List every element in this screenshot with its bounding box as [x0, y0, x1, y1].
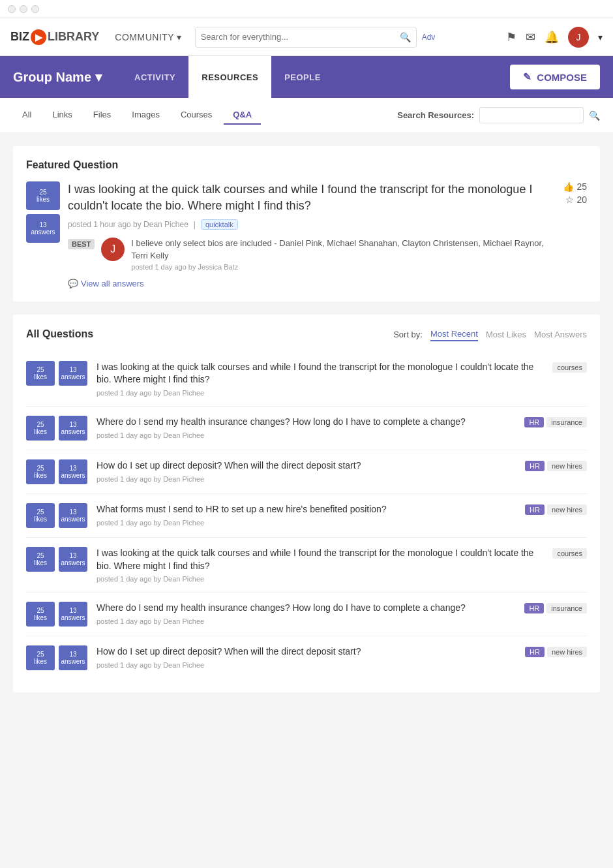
global-search-bar[interactable]: 🔍 [195, 27, 417, 48]
question-tag[interactable]: courses [552, 362, 587, 373]
q-title[interactable]: What forms must I send to HR to set up a… [97, 503, 516, 516]
compose-button[interactable]: ✎ COMPOSE [510, 65, 600, 89]
filter-qa[interactable]: Q&A [224, 106, 261, 125]
q-answers-count: 13 [69, 651, 76, 658]
q-title[interactable]: How do I set up direct deposit? When wil… [97, 459, 516, 473]
q-likes-count: 25 [37, 651, 44, 658]
q-answers-label: answers [61, 428, 85, 435]
q-votes: 25 likes 13 answers [26, 547, 87, 572]
logo-biz-text: BIZ [10, 30, 29, 44]
question-tag[interactable]: insurance [546, 417, 587, 427]
group-nav-resources[interactable]: RESOURCES [188, 56, 271, 98]
group-nav-people[interactable]: PEOPLE [271, 56, 334, 98]
question-posted-meta: posted 1 hour ago by Dean Pichee [68, 220, 188, 229]
question-text[interactable]: I was looking at the quick talk courses … [68, 181, 555, 214]
q-title[interactable]: Where do I send my health insurance chan… [97, 602, 515, 615]
community-nav[interactable]: COMMUNITY ▾ [115, 32, 181, 42]
top-nav: BIZ ▶ LIBRARY COMMUNITY ▾ 🔍 Adv ⚑ ✉ 🔔 J … [0, 18, 613, 56]
group-name-dropdown[interactable]: Group Name ▾ [13, 69, 102, 85]
avatar-dropdown-icon[interactable]: ▾ [598, 32, 603, 42]
user-avatar[interactable]: J [568, 27, 589, 48]
question-row: 25 likes 13 answers I was looking at the… [26, 538, 587, 593]
question-tag[interactable]: HR [525, 504, 545, 515]
question-tag[interactable]: courses [552, 548, 587, 559]
all-questions-title: All Questions [26, 328, 93, 340]
sort-most-likes[interactable]: Most Likes [486, 328, 526, 341]
q-likes-count: 25 [37, 366, 44, 373]
best-answer-avatar: J [101, 238, 125, 261]
q-likes-label: likes [34, 559, 47, 566]
mail-icon[interactable]: ✉ [526, 30, 535, 44]
stat-favorites-count: 20 [576, 194, 587, 205]
question-tag[interactable]: insurance [546, 603, 587, 613]
close-dot [8, 5, 16, 13]
q-likes-badge: 25 likes [26, 361, 55, 386]
q-answers-badge: 13 answers [59, 645, 87, 670]
question-row: 25 likes 13 answers Where do I send my h… [26, 593, 587, 636]
q-answers-label: answers [61, 373, 85, 380]
question-tag[interactable]: new hires [547, 504, 587, 515]
answers-badge: 13 answers [26, 214, 60, 243]
search-icon: 🔍 [400, 32, 411, 42]
q-title[interactable]: I was looking at the quick talk courses … [97, 361, 543, 386]
question-tag[interactable]: new hires [547, 647, 587, 657]
q-answers-badge: 13 answers [59, 602, 87, 627]
filter-files[interactable]: Files [84, 106, 120, 125]
q-meta: posted 1 day ago by Dean Pichee [97, 661, 516, 669]
stat-likes-count: 25 [576, 181, 587, 192]
q-tags: HRnew hires [525, 459, 587, 471]
community-label: COMMUNITY [115, 32, 174, 42]
q-meta: posted 1 day ago by Dean Pichee [97, 617, 515, 625]
nav-icons: ⚑ ✉ 🔔 J ▾ [506, 27, 603, 48]
filter-images[interactable]: Images [123, 106, 169, 125]
minimize-dot [20, 5, 27, 13]
question-tag[interactable]: HR [524, 603, 544, 613]
search-input[interactable] [201, 32, 400, 42]
community-dropdown-icon: ▾ [177, 32, 182, 42]
question-row: 25 likes 13 answers I was looking at the… [26, 352, 587, 407]
sort-most-recent[interactable]: Most Recent [430, 328, 478, 341]
group-name-chevron: ▾ [95, 69, 102, 85]
sort-most-answers[interactable]: Most Answers [534, 328, 587, 341]
best-badge: BEST [68, 239, 95, 249]
advanced-search-link[interactable]: Adv [422, 33, 436, 42]
filter-bar: All Links Files Images Courses Q&A Searc… [0, 98, 613, 133]
q-tags: courses [552, 547, 587, 559]
q-answers-count: 13 [69, 366, 76, 373]
q-answers-label: answers [61, 614, 85, 621]
filter-all[interactable]: All [13, 106, 40, 125]
question-tag[interactable]: new hires [547, 461, 587, 471]
q-answers-badge: 13 answers [59, 547, 87, 572]
like-icon: 👍 [563, 181, 574, 192]
question-tag[interactable]: HR [525, 461, 545, 471]
filter-links[interactable]: Links [43, 106, 81, 125]
logo[interactable]: BIZ ▶ LIBRARY [10, 29, 99, 45]
q-title[interactable]: I was looking at the quick talk courses … [97, 547, 543, 572]
search-resources-input[interactable] [479, 107, 584, 123]
q-votes: 25 likes 13 answers [26, 602, 87, 627]
question-row: 25 likes 13 answers Where do I send my h… [26, 407, 587, 450]
q-title[interactable]: Where do I send my health insurance chan… [97, 416, 515, 429]
question-tag[interactable]: HR [525, 647, 545, 657]
compose-label: COMPOSE [537, 72, 587, 83]
group-header: Group Name ▾ ACTIVITY RESOURCES PEOPLE ✎… [0, 56, 613, 98]
question-tag[interactable]: quicktalk [201, 219, 238, 230]
search-resources-icon: 🔍 [589, 110, 600, 121]
view-all-answers-link[interactable]: 💬 View all answers [68, 279, 555, 288]
q-tags: HRinsurance [524, 416, 587, 427]
group-nav-activity[interactable]: ACTIVITY [121, 56, 188, 98]
q-title[interactable]: How do I set up direct deposit? When wil… [97, 645, 516, 659]
q-likes-label: likes [34, 428, 47, 435]
best-answer-text: I believe only select bios are included … [131, 238, 555, 261]
q-answers-count: 13 [69, 552, 76, 559]
filter-courses[interactable]: Courses [172, 106, 221, 125]
q-likes-badge: 25 likes [26, 645, 55, 670]
question-tag[interactable]: HR [524, 417, 544, 427]
answers-count: 13 [39, 221, 46, 228]
title-bar [0, 0, 613, 18]
q-tags: HRnew hires [525, 645, 587, 657]
flag-icon[interactable]: ⚑ [506, 30, 516, 44]
notifications-icon[interactable]: 🔔 [545, 30, 559, 44]
best-answer-meta: posted 1 day ago by Jessica Batz [131, 263, 555, 271]
q-meta: posted 1 day ago by Dean Pichee [97, 475, 516, 483]
